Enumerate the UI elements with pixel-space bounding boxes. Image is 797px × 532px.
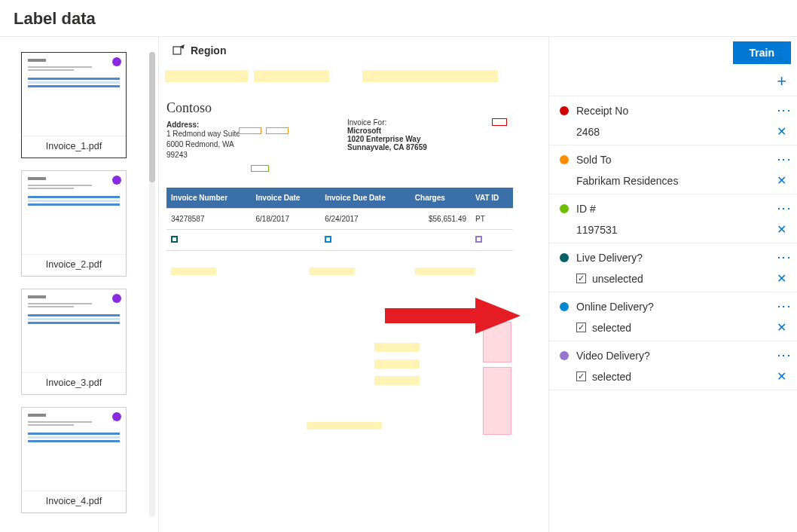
field-name[interactable]: Video Delivery? [576,350,774,362]
checkbox-icon: ✓ [576,323,586,332]
region-tool[interactable]: Region [173,44,226,57]
field-value: unselected [592,273,771,285]
clear-value-button[interactable]: ✕ [777,124,786,139]
document-canvas[interactable]: Contoso Address: 1 Redmond way Suite 600… [159,64,548,532]
svg-rect-0 [173,47,181,54]
field-more-button[interactable]: ⋮ [781,349,786,362]
thumbnail[interactable]: Invoice_4.pdf [21,407,127,513]
clear-value-button[interactable]: ✕ [777,222,786,237]
doc-address-label: Address: [166,121,513,129]
status-dot-icon [112,176,121,185]
thumbnail-filename: Invoice_2.pdf [22,254,126,276]
field-value: selected [592,322,771,334]
label-field: Sold To ⋮ Fabrikam Residences ✕ [549,145,797,194]
doc-invoice-for: Invoice For: Microsoft 1020 Enterprise W… [347,118,427,151]
label-field: ID # ⋮ 1197531 ✕ [549,194,797,243]
thumbnail[interactable]: Invoice_2.pdf [21,170,127,277]
label-field: Video Delivery? ⋮ ✓ selected ✕ [549,341,797,390]
thumbnail-filename: Invoice_1.pdf [22,136,126,157]
field-more-button[interactable]: ⋮ [781,104,786,117]
thumbnail[interactable]: Invoice_3.pdf [21,289,127,395]
page-title: Label data [0,0,797,37]
field-value: 1197531 [576,224,771,236]
doc-company: Contoso [166,100,513,116]
color-dot-icon [560,155,569,164]
field-name[interactable]: Live Delivery? [576,252,774,264]
clear-value-button[interactable]: ✕ [777,271,786,286]
color-dot-icon [560,351,569,360]
checkbox-icon: ✓ [576,371,586,381]
document-preview: Contoso Address: 1 Redmond way Suite 600… [166,100,513,251]
label-field: Live Delivery? ⋮ ✓ unselected ✕ [549,243,797,292]
doc-table: Invoice Number Invoice Date Invoice Due … [166,188,513,251]
status-dot-icon [112,412,121,421]
svg-marker-2 [475,298,521,334]
field-value: 2468 [576,126,771,138]
field-value: Fabrikam Residences [576,175,771,187]
thumbnail[interactable]: Invoice_1.pdf [21,52,127,158]
field-more-button[interactable]: ⋮ [781,202,786,215]
annotation-arrow [385,298,521,334]
sidebar-scrollbar[interactable] [149,52,155,517]
status-dot-icon [112,294,121,303]
train-button[interactable]: Train [733,41,791,64]
clear-value-button[interactable]: ✕ [777,320,786,335]
label-panel: Train + Receipt No ⋮ 2468 ✕ Sold To ⋮ Fa… [548,37,797,532]
label-field: Online Delivery? ⋮ ✓ selected ✕ [549,292,797,341]
clear-value-button[interactable]: ✕ [777,369,786,384]
field-name[interactable]: ID # [576,203,774,215]
region-label: Region [191,44,226,57]
doc-address: 1 Redmond way Suite 6000 Redmond, WA 992… [166,129,513,161]
thumbnail-filename: Invoice_3.pdf [22,372,126,394]
color-dot-icon [560,106,569,115]
thumbnail-filename: Invoice_4.pdf [22,491,126,512]
field-more-button[interactable]: ⋮ [781,153,786,166]
svg-rect-1 [385,308,475,323]
field-value: selected [592,371,771,383]
canvas-toolbar: Region [159,37,548,64]
label-field: Receipt No ⋮ 2468 ✕ [549,96,797,145]
field-name[interactable]: Online Delivery? [576,301,774,313]
color-dot-icon [560,302,569,311]
checkbox-icon: ✓ [576,274,586,283]
field-more-button[interactable]: ⋮ [781,251,786,264]
status-dot-icon [112,57,121,66]
add-label-button[interactable]: + [777,72,786,91]
field-name[interactable]: Receipt No [576,105,774,117]
field-more-button[interactable]: ⋮ [781,300,786,313]
clear-value-button[interactable]: ✕ [777,173,786,188]
field-name[interactable]: Sold To [576,154,774,166]
color-dot-icon [560,253,569,262]
thumbnail-sidebar: Invoice_1.pdf Invoice_2.pdf Invoice_3.pd… [0,37,158,532]
region-icon [173,44,185,57]
red-tag-box [492,118,507,126]
color-dot-icon [560,204,569,213]
